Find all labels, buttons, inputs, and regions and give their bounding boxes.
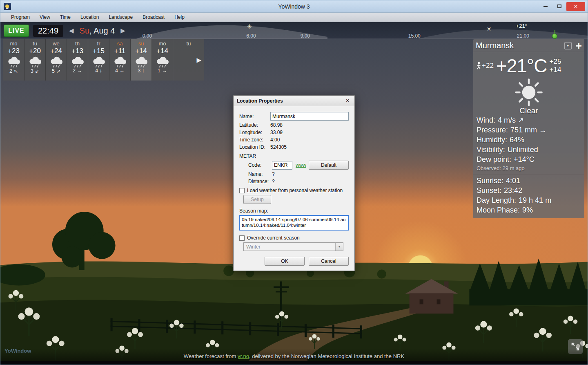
stat-row: Dew point:+14°C: [473, 155, 584, 164]
stat-row: Humidity:64%: [473, 135, 584, 145]
forecast-day[interactable]: sa +11: [109, 39, 131, 81]
forecast-day[interactable]: mo +14: [152, 39, 173, 81]
override-season-label: Override current season: [247, 235, 300, 241]
pws-checkbox[interactable]: [239, 188, 245, 193]
forecast-wind: 2 →: [67, 68, 88, 74]
stat-row: Pressure:751 mm →: [473, 125, 584, 135]
season-select[interactable]: Winter ▾: [243, 242, 343, 251]
cloud-rain-icon: [27, 56, 43, 68]
location-id-label: Location ID:: [239, 144, 270, 150]
dialog-close-button[interactable]: ✕: [344, 97, 351, 105]
wind-direction-icon: ↙: [35, 68, 39, 74]
observed-label: Observed: 29 m ago: [473, 164, 584, 174]
dialog-title: Location Properties: [237, 98, 283, 104]
sun-icon: [514, 78, 543, 107]
timeline-tick: 6:00: [246, 33, 256, 39]
metar-distance-label: Distance:: [248, 179, 272, 184]
window-title: YoWindow 3: [0, 3, 588, 10]
location-dropdown-button[interactable]: ▾: [564, 42, 572, 49]
astro-row: Sunset:23:42: [473, 186, 584, 195]
forecast-day[interactable]: mo +23: [3, 39, 24, 81]
forecast-day-temp: +24: [46, 47, 67, 56]
timeline-tick: 15:00: [408, 33, 421, 39]
bottom-bar: [0, 361, 588, 365]
metar-name-label: Name:: [248, 171, 272, 177]
ok-button[interactable]: OK: [265, 257, 305, 266]
menu-item[interactable]: Program: [6, 13, 35, 21]
cloud-rain-icon: [112, 56, 128, 68]
cloud-rain-icon: [154, 56, 171, 68]
forecast-day[interactable]: th +13: [67, 39, 88, 81]
metar-section-label: METAR: [239, 153, 349, 159]
menu-item[interactable]: Landscape: [104, 13, 138, 21]
season-map-input[interactable]: 05.19:naked/06.14:spring/07.06:summer/09…: [239, 215, 349, 231]
minimize-button[interactable]: [539, 2, 552, 11]
sun-icon: ☀: [486, 25, 492, 33]
forecast-wind: 4 ←: [109, 68, 130, 74]
name-input[interactable]: [270, 112, 349, 121]
location-id-value: 524305: [270, 144, 287, 150]
forecast-day[interactable]: we +24: [46, 39, 67, 81]
forecast-wind: 2 ↖: [3, 68, 24, 74]
prev-day-button[interactable]: ◀: [67, 26, 76, 35]
chevron-down-icon: ▾: [335, 243, 343, 251]
metar-code-input[interactable]: [272, 161, 292, 170]
app-window: YoWindow 3 ✕ Program View Time Location …: [0, 0, 588, 365]
high-low: +25 +14: [550, 58, 561, 74]
menu-item[interactable]: View: [35, 13, 55, 21]
metar-www-link[interactable]: www: [296, 162, 306, 168]
forecast-day-temp: +13: [67, 47, 88, 56]
close-button[interactable]: ✕: [566, 2, 585, 11]
yr-no-link[interactable]: yr.no: [238, 353, 249, 359]
forecast-day-temp: +23: [3, 47, 24, 56]
menu-item[interactable]: Help: [169, 13, 189, 21]
main-area: LIVE 22:49 ◀ Su, Aug 4 ▶ ☀ ☀ +21° 0:00: [0, 22, 588, 365]
astronomy-stats: Sunrise:4:01 Sunset:23:42 Day Length:19 …: [473, 176, 584, 215]
maximize-button[interactable]: [552, 2, 566, 11]
condition-label: Clear: [473, 106, 584, 115]
close-icon: ✕: [345, 98, 349, 103]
forecast-wind: 1 →: [152, 68, 173, 74]
timezone-label: Time zone:: [239, 137, 270, 143]
cancel-button[interactable]: Cancel: [309, 257, 349, 266]
title-bar: YoWindow 3 ✕: [0, 0, 588, 13]
current-temperature: +21°C: [496, 55, 547, 77]
location-name: Murmansk: [476, 41, 514, 50]
override-season-checkbox[interactable]: [239, 235, 245, 241]
latitude-label: Latitude:: [239, 122, 270, 128]
menu-item[interactable]: Time: [55, 13, 76, 21]
forecast-day-temp: +20: [24, 47, 45, 56]
close-icon: ✕: [574, 4, 578, 9]
add-location-button[interactable]: +: [576, 42, 582, 50]
stat-row: Wind:4 m/s ↗: [473, 115, 584, 125]
forecast-day[interactable]: fr +15: [88, 39, 109, 81]
forecast-day[interactable]: su +14: [131, 39, 152, 81]
forecast-day-temp: +15: [88, 47, 109, 56]
forecast-next-button[interactable]: ▶: [195, 55, 203, 65]
metar-distance-value: ?: [272, 179, 275, 184]
astro-row: Day Length:19 h 41 m: [473, 195, 584, 205]
high-temp: +25: [550, 58, 561, 66]
menu-item[interactable]: Location: [76, 13, 104, 21]
clock-display: 22:49: [33, 25, 63, 37]
forecast-wind: 3 ↙: [24, 68, 45, 74]
latitude-value: 68.98: [270, 122, 283, 128]
cloud-rain-icon: [91, 56, 107, 68]
low-temp: +14: [550, 66, 561, 74]
dialog-title-bar[interactable]: Location Properties ✕: [234, 96, 354, 106]
astro-row: Moon Phase:9%: [473, 205, 584, 215]
live-button[interactable]: LIVE: [4, 25, 29, 37]
forecast-day[interactable]: tu +20: [24, 39, 46, 81]
attribution-text: Weather forecast from yr.no, delivered b…: [184, 353, 404, 361]
wind-direction-icon: ↖: [13, 68, 18, 74]
metar-default-button[interactable]: Default: [309, 161, 349, 170]
menu-item[interactable]: Broadcast: [138, 13, 169, 21]
cloud-rain-icon: [133, 56, 149, 68]
toolbar: LIVE 22:49 ◀ Su, Aug 4 ▶ ☀ ☀ +21° 0:00: [0, 22, 588, 39]
pws-setup-button[interactable]: Setup: [243, 195, 271, 204]
forecast-day-temp: +14: [131, 47, 151, 56]
next-day-button[interactable]: ▶: [119, 26, 127, 35]
weather-stats: Wind:4 m/s ↗ Pressure:751 mm → Humidity:…: [473, 115, 584, 164]
maximize-icon: [557, 4, 561, 8]
forecast-day-label: th: [67, 40, 88, 47]
